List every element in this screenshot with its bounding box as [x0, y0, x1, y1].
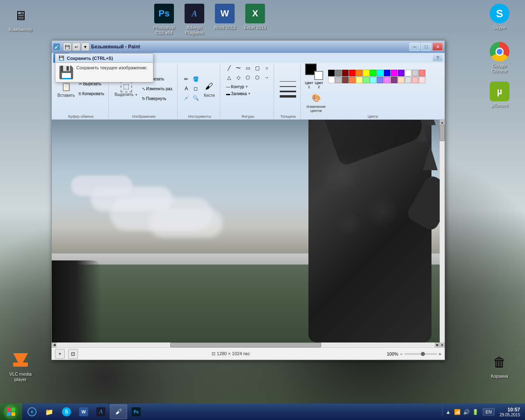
- maximize-button[interactable]: □: [421, 43, 431, 51]
- taskbar-item-photoshop[interactable]: Ps: [128, 404, 144, 419]
- palette-color-swatch[interactable]: [328, 70, 335, 76]
- taskbar-item-skype[interactable]: S: [58, 404, 75, 419]
- copy-button[interactable]: ⎘ Копировать: [77, 89, 106, 98]
- language-button[interactable]: EN: [483, 408, 495, 415]
- palette-color-swatch[interactable]: [384, 70, 390, 76]
- palette-color-swatch[interactable]: [342, 70, 349, 76]
- clock[interactable]: 10:57 29.05.2015: [496, 407, 523, 417]
- palette-color-swatch[interactable]: [412, 70, 418, 76]
- canvas-select-button[interactable]: ⊡: [68, 349, 78, 359]
- eraser-tool[interactable]: ◻: [191, 84, 200, 93]
- start-button[interactable]: [0, 404, 22, 420]
- qa-dropdown-button[interactable]: ▼: [81, 43, 89, 51]
- palette-color-swatch[interactable]: [377, 77, 383, 83]
- palette-color-swatch[interactable]: [419, 77, 425, 83]
- palette-color-swatch[interactable]: [356, 77, 363, 83]
- tray-battery-icon[interactable]: 🔋: [471, 408, 479, 416]
- desktop-icon-utorrent[interactable]: µ µTorrent: [483, 80, 516, 110]
- diamond-tool[interactable]: ◇: [234, 73, 243, 82]
- thickness-3[interactable]: [280, 91, 296, 92]
- desktop-icon-excel[interactable]: X Excel 2013: [239, 2, 272, 32]
- text-tool[interactable]: A: [182, 84, 191, 93]
- palette-color-swatch[interactable]: [419, 70, 425, 76]
- palette-color-swatch[interactable]: [349, 77, 356, 83]
- scroll-up-button[interactable]: ▲: [440, 120, 445, 125]
- close-button[interactable]: ✕: [432, 43, 443, 51]
- add-canvas-button[interactable]: +: [55, 349, 65, 359]
- qa-save-button[interactable]: 💾: [63, 43, 71, 51]
- color2-swatch[interactable]: [314, 71, 323, 80]
- palette-color-swatch[interactable]: [391, 77, 397, 83]
- palette-color-swatch[interactable]: [349, 70, 356, 76]
- dropper-tool[interactable]: 💉: [182, 94, 191, 103]
- scroll-left-button[interactable]: ◀: [52, 342, 57, 347]
- pencil-tool[interactable]: ✏: [182, 75, 191, 84]
- zoom-out-button[interactable]: −: [400, 352, 402, 356]
- vertical-scrollbar[interactable]: ▲ ▼: [440, 120, 445, 347]
- zoom-in-button[interactable]: +: [439, 352, 441, 356]
- zoom-thumb[interactable]: [421, 352, 425, 356]
- thickness-1[interactable]: [280, 81, 296, 82]
- tray-volume-icon[interactable]: 🔊: [462, 408, 470, 416]
- resize-button[interactable]: ⤡ Изменить раз.: [140, 84, 175, 93]
- ellipse-tool[interactable]: ○: [262, 64, 271, 73]
- scroll-h-thumb[interactable]: [170, 342, 322, 347]
- change-colors-button[interactable]: 🎨 Изменениецветов: [305, 91, 327, 114]
- palette-color-swatch[interactable]: [342, 77, 349, 83]
- palette-color-swatch[interactable]: [384, 77, 390, 83]
- horizontal-scrollbar[interactable]: ◀ ▶: [52, 342, 440, 347]
- taskbar-item-ie[interactable]: e: [24, 404, 40, 419]
- taskbar-item-paint[interactable]: 🖌: [110, 404, 127, 419]
- palette-color-swatch[interactable]: [356, 70, 363, 76]
- desktop-icon-recycle[interactable]: 🗑 Корзина: [483, 351, 516, 381]
- ribbon-help-button[interactable]: ?: [432, 54, 443, 62]
- palette-color-swatch[interactable]: [398, 77, 404, 83]
- canvas-area[interactable]: ▲ ▼ ◀ ▶: [52, 120, 445, 347]
- zoom-tool[interactable]: 🔍: [191, 94, 200, 103]
- desktop-icon-photoshop[interactable]: Ps PhotoshopCS6 x64: [148, 2, 180, 37]
- tray-network-icon[interactable]: 📶: [453, 408, 461, 416]
- palette-color-swatch[interactable]: [377, 70, 383, 76]
- brushes-button[interactable]: 🖌 Кисти: [201, 79, 217, 98]
- palette-color-swatch[interactable]: [405, 70, 411, 76]
- palette-color-swatch[interactable]: [335, 70, 342, 76]
- taskbar-item-folder[interactable]: 📁: [41, 404, 57, 419]
- palette-color-swatch[interactable]: [370, 77, 377, 83]
- palette-color-swatch[interactable]: [363, 70, 370, 76]
- palette-color-swatch[interactable]: [363, 77, 370, 83]
- rounded-rect-tool[interactable]: ▢: [253, 64, 262, 73]
- desktop-icon-computer[interactable]: 🖥 Компьютер: [4, 4, 37, 34]
- desktop-icon-advego[interactable]: A AdvegoPlagiatus: [178, 2, 211, 37]
- tray-arrow-icon[interactable]: ▲: [444, 408, 452, 416]
- minimize-button[interactable]: ─: [409, 43, 420, 51]
- palette-color-swatch[interactable]: [398, 70, 404, 76]
- fill-button[interactable]: ▬ Заливка ▼: [224, 91, 253, 97]
- hexagon-tool[interactable]: ⬡: [253, 73, 262, 82]
- pentagon-tool[interactable]: ⬠: [243, 73, 252, 82]
- scroll-v-track[interactable]: [440, 125, 445, 342]
- curve-tool[interactable]: 〜: [234, 64, 243, 73]
- zoom-slider[interactable]: [404, 353, 437, 355]
- line-tool[interactable]: ╱: [224, 64, 233, 73]
- desktop-icon-chrome[interactable]: GoogleChrome: [483, 40, 516, 75]
- contour-button[interactable]: — Контур ▼: [224, 84, 253, 90]
- palette-color-swatch[interactable]: [391, 70, 397, 76]
- desktop-icon-word[interactable]: W Word 2013: [208, 2, 241, 32]
- triangle-tool[interactable]: △: [224, 73, 233, 82]
- qa-undo-button[interactable]: ↩: [72, 43, 80, 51]
- palette-color-swatch[interactable]: [370, 70, 377, 76]
- rect-tool[interactable]: ▭: [243, 64, 252, 73]
- arrow-tool[interactable]: →: [262, 73, 271, 82]
- scroll-h-track[interactable]: [57, 342, 435, 347]
- scroll-v-thumb[interactable]: [440, 125, 445, 141]
- palette-color-swatch[interactable]: [335, 77, 342, 83]
- thickness-2[interactable]: [280, 86, 296, 87]
- palette-color-swatch[interactable]: [412, 77, 418, 83]
- taskbar-item-word[interactable]: W: [75, 404, 92, 419]
- scroll-down-button[interactable]: ▼: [440, 342, 445, 347]
- rotate-button[interactable]: ↻ Повернуть: [140, 94, 175, 103]
- thickness-4[interactable]: [280, 95, 296, 98]
- palette-color-swatch[interactable]: [405, 77, 411, 83]
- desktop-icon-skype[interactable]: S Skype: [483, 2, 516, 32]
- palette-color-swatch[interactable]: [328, 77, 335, 83]
